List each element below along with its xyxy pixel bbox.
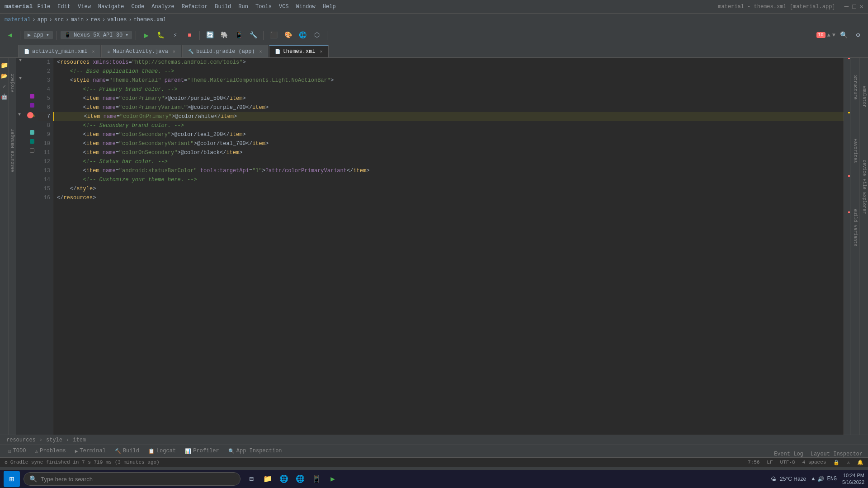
taskbar-app1[interactable]: 📱 [309, 472, 324, 486]
gradle-button[interactable]: 🐘 [218, 29, 231, 42]
tab-profiler[interactable]: 📊 Profiler [180, 446, 224, 457]
stop-button[interactable]: ■ [183, 29, 196, 42]
sidebar-resource-icon[interactable]: 📂 [1, 73, 8, 80]
coverage-button[interactable]: ⚡ [169, 29, 181, 42]
code-line-16: </resources> [53, 193, 844, 202]
sidebar-commit-icon[interactable]: ✓ [3, 83, 6, 90]
menu-refactor[interactable]: Refactor [182, 4, 208, 10]
app-name: material [5, 3, 33, 10]
taskbar-clock[interactable]: 10:24 PM 5/16/2022 [842, 472, 864, 486]
tab-mainactivity[interactable]: ☕ MainActivity.java ✕ [101, 45, 181, 57]
bottom-panel: ☑ TODO ⚠ Problems ▶ Terminal 🔨 Build 📋 L… [0, 445, 868, 470]
breadcrumb-values-dir[interactable]: values [107, 17, 127, 23]
status-resources[interactable]: resources [6, 437, 36, 443]
tab-close-themes[interactable]: ✕ [320, 49, 323, 54]
taskbar-chrome[interactable]: 🌐 [293, 472, 307, 486]
taskbar-search-icon: 🔍 [29, 475, 37, 483]
sidebar-android-icon[interactable]: 🤖 [1, 94, 8, 100]
menu-view[interactable]: View [78, 4, 91, 10]
close-button[interactable]: ✕ [860, 3, 863, 10]
fold-icon-3[interactable]: ▼ [19, 76, 22, 81]
avd-button[interactable]: 📱 [232, 29, 245, 42]
settings-button[interactable]: ⚙ [852, 29, 864, 42]
tab-themes[interactable]: 📄 themes.xml ✕ [269, 45, 329, 57]
breadcrumb-app[interactable]: material [5, 17, 31, 23]
breadcrumb-file[interactable]: themes.xml [134, 17, 166, 23]
line-num-9: 9 [38, 130, 50, 139]
maximize-button[interactable]: □ [852, 3, 856, 10]
tab-todo[interactable]: ☑ TODO [4, 446, 30, 457]
menu-help[interactable]: Help [323, 4, 336, 10]
code-content[interactable]: <resources xmlns:tools="http://schemas.a… [53, 58, 844, 435]
menu-edit[interactable]: Edit [57, 4, 71, 10]
color-swatch-11 [30, 148, 34, 153]
search-button[interactable]: 🔍 [837, 29, 850, 42]
taskbar-studio[interactable]: ▶ [326, 472, 340, 486]
run-button[interactable]: ▶ [140, 29, 152, 42]
error-count-badge[interactable]: 10 [816, 32, 826, 38]
menu-window[interactable]: Window [296, 4, 316, 10]
taskbar-task-view[interactable]: ⊟ [244, 472, 259, 486]
breadcrumb-src[interactable]: app [38, 17, 47, 23]
tab-build[interactable]: 🔨 Build [110, 446, 144, 457]
line-num-14: 14 [38, 175, 50, 184]
menu-run[interactable]: Run [238, 4, 248, 10]
resource-manager-label[interactable]: Resource Manager [10, 129, 15, 172]
taskbar-file-explorer[interactable]: 📁 [260, 472, 275, 486]
fold-icon-15[interactable]: ▼ [18, 112, 21, 117]
emulator-label[interactable]: Emulator [861, 85, 866, 107]
menu-file[interactable]: File [37, 4, 50, 10]
back-button[interactable]: ◀ [4, 29, 16, 42]
menu-vcs[interactable]: VCS [279, 4, 289, 10]
sdk-button[interactable]: 🔧 [247, 29, 259, 42]
sidebar-project-icon[interactable]: 📁 [0, 61, 8, 69]
tab-close-activity[interactable]: ✕ [92, 49, 94, 54]
theme-button[interactable]: 🎨 [282, 29, 294, 42]
network-icon: ▲ [811, 476, 815, 482]
taskbar-edge[interactable]: 🌐 [277, 472, 291, 486]
status-item[interactable]: item [73, 437, 86, 443]
todo-icon: ☑ [8, 448, 11, 454]
tab-close-buildgradle[interactable]: ✕ [259, 49, 262, 54]
project-panel-label[interactable]: Project [10, 73, 15, 92]
sync-button[interactable]: 🔄 [203, 29, 216, 42]
toolbar-right: 10 ▲ ▼ 🔍 ⚙ [816, 29, 864, 42]
menu-build[interactable]: Build [215, 4, 231, 10]
app-module-selector[interactable]: ▶ app ▾ [24, 31, 53, 39]
start-button[interactable]: ⊞ [4, 471, 20, 487]
fold-icon-1[interactable]: ▼ [19, 58, 22, 63]
breadcrumb-values[interactable]: res [90, 17, 100, 23]
menu-tools[interactable]: Tools [255, 4, 272, 10]
device-file-explorer-label[interactable]: Device File Explorer [861, 160, 866, 214]
vector-button[interactable]: ⬡ [311, 29, 323, 42]
tab-layout-inspector[interactable]: Layout Inspector [811, 451, 863, 457]
taskbar-search[interactable]: 🔍 Type here to search [24, 472, 241, 486]
device-selector[interactable]: 📱 Nexus 5X API 30 ▾ [61, 31, 132, 39]
favorites-label[interactable]: Favorites [852, 138, 857, 163]
tab-event-log[interactable]: Event Log [774, 451, 803, 457]
debug-button[interactable]: 🐛 [154, 29, 167, 42]
tab-logcat[interactable]: 📋 Logcat [144, 446, 180, 457]
minimize-button[interactable]: ─ [844, 3, 849, 11]
menu-code[interactable]: Code [131, 4, 144, 10]
menu-navigate[interactable]: Navigate [98, 4, 124, 10]
layout-button[interactable]: ⬛ [267, 29, 280, 42]
sys-icons: ▲ 🔊 ENG [811, 476, 837, 483]
tab-icon-buildgradle: 🔧 [188, 49, 193, 54]
tab-terminal[interactable]: ▶ Terminal [71, 446, 110, 457]
breadcrumb-main[interactable]: src [54, 17, 64, 23]
tab-activity-main[interactable]: 📄 activity_main.xml ✕ [18, 45, 100, 57]
tab-buildgradle[interactable]: 🔧 build.gradle (app) ✕ [182, 45, 268, 57]
menu-analyze[interactable]: Analyze [151, 4, 174, 10]
tab-problems[interactable]: ⚠ Problems [30, 446, 70, 457]
tab-app-inspection[interactable]: 🔍 App Inspection [224, 446, 287, 457]
translate-button[interactable]: 🌐 [296, 29, 309, 42]
status-style[interactable]: style [46, 437, 62, 443]
breadcrumb-res[interactable]: main [71, 17, 84, 23]
problems-icon: ⚠ [35, 448, 38, 454]
structure-label[interactable]: Structure [852, 75, 857, 99]
build-variants-label[interactable]: Build Variants [852, 208, 857, 246]
code-line-3: <style name="Theme.Material" parent="The… [53, 76, 844, 85]
tab-close-mainactivity[interactable]: ✕ [173, 49, 175, 54]
date-display: 5/16/2022 [842, 479, 864, 486]
